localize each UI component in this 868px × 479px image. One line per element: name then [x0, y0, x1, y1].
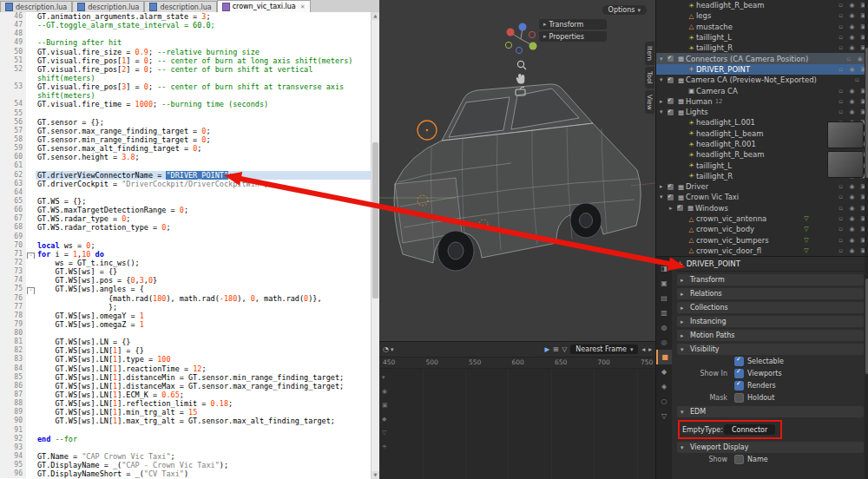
outliner-row[interactable]: ▸▦Windows▽▫◉▣ [656, 203, 868, 213]
code-row[interactable]: 95GT.DisplayName = _("CAP - Crown Vic Ta… [0, 461, 372, 469]
options-button[interactable]: Options ▾ [602, 5, 647, 15]
expand-icon[interactable]: ▸ [660, 98, 667, 105]
code-row[interactable]: 64 [0, 188, 372, 197]
code-row[interactable]: 85 GT.WS[ws].LN[1].distanceMin = GT.sens… [0, 373, 372, 382]
timeline-channels[interactable]: ▾◉▣◆▽✳ [379, 369, 655, 479]
scroll-up-icon[interactable]: ▲ [372, 12, 379, 20]
code-row[interactable]: 84 GT.WS[ws].LN[1].reactionTime = 12; [0, 364, 372, 373]
editor-tab[interactable]: description.lua [72, 1, 144, 12]
disable-in-viewport-icon[interactable]: ▫ [835, 12, 846, 19]
code-row[interactable]: 61 [0, 161, 372, 170]
outliner-row[interactable]: △legs▽▫◉▣ [656, 10, 868, 21]
disable-in-viewport-icon[interactable]: ▫ [835, 237, 846, 244]
collection-checkbox[interactable] [667, 184, 674, 190]
outliner-row[interactable]: ▾▦Camera CA (Preview-Not_Exported)▽▫◉▣ [656, 75, 868, 85]
channel-icon[interactable]: ▾ [382, 374, 388, 381]
hide-eye-icon[interactable]: ◉ [846, 2, 858, 9]
code-row[interactable]: 58GT.sensor.min_range_finding_target = 0… [0, 135, 372, 144]
checkbox-viewports[interactable] [734, 369, 744, 378]
properties-tab-modifiers[interactable]: ◆ [656, 364, 672, 379]
channel-icon[interactable]: ◆ [382, 416, 388, 423]
disable-in-viewport-icon[interactable]: ▫ [835, 44, 846, 51]
viewport-pan-icon[interactable] [516, 74, 525, 84]
disable-in-viewport-icon[interactable]: ▫ [835, 194, 846, 200]
code-row[interactable]: 60GT.sensor.height = 3.8; [0, 153, 372, 161]
expand-icon[interactable]: ▸ [660, 183, 667, 190]
timeline-ruler[interactable]: 450500550600650700750 [379, 358, 655, 369]
code-row[interactable]: shift(meters) [0, 91, 372, 100]
code-row[interactable]: 46GT.animation_arguments.alarm_state = 3… [0, 12, 372, 21]
code-row[interactable]: 86 GT.WS[ws].LN[1].distanceMax = GT.sens… [0, 382, 372, 390]
hide-eye-icon[interactable]: ◉ [846, 98, 858, 105]
code-row[interactable]: 93 [0, 443, 372, 452]
collection-checkbox[interactable] [667, 56, 674, 62]
outliner-row[interactable]: ▸▦Driver▽▫◉▣ [656, 181, 868, 192]
code-row[interactable]: 71-for i = 1,10 do [0, 250, 372, 259]
code-row[interactable]: 94GT.Name = "CAP Crown Vic Taxi"; [0, 452, 372, 461]
code-row[interactable]: 87 GT.WS[ws].LN[1].ECM_K = 0.65; [0, 390, 372, 399]
code-row[interactable]: 54GT.visual.fire_time = 1000; --burning … [0, 100, 372, 108]
hide-eye-icon[interactable]: ◉ [846, 183, 858, 190]
code-row[interactable]: 50GT.visual.fire_size = 0.9; --relative … [0, 48, 372, 56]
fold-margin[interactable]: - [26, 285, 36, 293]
collapse-icon[interactable]: ▾ [660, 56, 667, 62]
code-row[interactable]: shift(meters) [0, 74, 372, 82]
hide-eye-icon[interactable]: ◉ [846, 23, 858, 30]
code-row[interactable]: 52GT.visual.fire_pos[2] = 0; -- center o… [0, 65, 372, 74]
hide-eye-icon[interactable]: ◉ [846, 205, 858, 212]
disable-in-viewport-icon[interactable]: ▫ [835, 108, 846, 115]
panel-header[interactable]: ▾Viewport Display [677, 442, 864, 453]
scroll-down-icon[interactable]: ▼ [372, 471, 379, 479]
code-row[interactable]: 89 GT.WS[ws].LN[1].min_trg_alt = 15 [0, 408, 372, 417]
properties-tab-render[interactable]: ▣ [656, 276, 672, 291]
viewport-zoom-icon[interactable] [517, 61, 526, 69]
outliner-row[interactable]: ☀headlight_R_beam▽▫◉▣ [656, 0, 868, 10]
collection-checkbox[interactable] [667, 77, 674, 83]
panel-header[interactable]: ▾EDM [677, 406, 864, 417]
panel-header[interactable]: ▸Instancing [677, 316, 864, 327]
hide-eye-icon[interactable]: ◉ [846, 12, 858, 19]
checkbox-holdout[interactable] [734, 393, 744, 403]
editor-type-icon[interactable]: ◔▾ [383, 345, 394, 353]
code-row[interactable]: 96GT.DisplayNameShort = _("CV Taxi") [0, 469, 372, 478]
collection-checkbox[interactable] [667, 109, 674, 115]
disable-in-viewport-icon[interactable]: ▫ [835, 205, 846, 212]
collection-checkbox[interactable] [667, 98, 674, 104]
properties-tab-view-layer[interactable]: ▥ [656, 305, 672, 320]
disable-in-viewport-icon[interactable]: ▫ [835, 226, 846, 233]
properties-tab-tool[interactable]: ◨ [656, 261, 672, 276]
properties-scrollbar[interactable] [865, 257, 868, 479]
close-icon[interactable]: ✕ [300, 3, 306, 10]
disable-in-viewport-icon[interactable]: ▫ [835, 88, 846, 95]
code-row[interactable]: 76 {math.rad(180), math.rad(-180), 0, ma… [0, 294, 372, 303]
channel-icon[interactable]: ▽ [382, 430, 388, 436]
collapse-icon[interactable]: ▾ [660, 194, 667, 200]
hide-eye-icon[interactable]: ◉ [846, 237, 858, 244]
properties-tab-constraints[interactable]: ○ [656, 394, 672, 409]
code-row[interactable]: 62GT.driverViewConnectorName = "DRIVER_P… [0, 171, 372, 180]
code-row[interactable]: 65GT.WS = {}; [0, 197, 372, 206]
npanel-transform[interactable]: ▸ Transform [539, 19, 607, 30]
outliner-row[interactable]: ☀taillight_L▽▫◉▣ [656, 32, 868, 43]
code-row[interactable]: 91 [0, 426, 372, 435]
code-row[interactable]: 57GT.sensor.max_range_finding_target = 0… [0, 127, 372, 135]
editor-tab[interactable]: crown_vic_taxi.lua✕ [217, 0, 311, 12]
disable-in-viewport-icon[interactable]: ▫ [835, 66, 846, 73]
disable-in-viewport-icon[interactable]: ▫ [835, 183, 846, 190]
code-row[interactable]: 90 GT.WS[ws].LN[1].max_trg_alt = GT.sens… [0, 417, 372, 425]
code-row[interactable]: 47--GT.toggle_alarm_state_interval = 60.… [0, 21, 372, 30]
code-row[interactable]: 68GT.WS.radar_rotation_type = 0; [0, 223, 372, 232]
hide-eye-icon[interactable]: ◉ [846, 226, 858, 233]
code-row[interactable]: 74 GT.WS[ws].pos = {0,3,0} [0, 276, 372, 285]
code-row[interactable]: 82 GT.WS[ws].LN[1] = {} [0, 346, 372, 355]
disable-in-viewport-icon[interactable]: ▫ [835, 247, 846, 254]
outliner-row[interactable]: ▾▦Lights▽▫◉▣ [656, 107, 868, 117]
empty-type-dropdown[interactable]: Connector [724, 424, 775, 435]
panel-header[interactable]: ▸Collections [677, 302, 864, 313]
hide-eye-icon[interactable]: ◉ [846, 66, 858, 73]
hide-eye-icon[interactable]: ◉ [846, 247, 858, 254]
hide-eye-icon[interactable]: ◉ [846, 215, 858, 222]
code-row[interactable]: 73 GT.WS[ws] = {} [0, 267, 372, 276]
outliner-row[interactable]: ▣Camera CA▽▫◉▣ [656, 85, 868, 95]
code-row[interactable]: 56GT.sensor = {}; [0, 118, 372, 127]
